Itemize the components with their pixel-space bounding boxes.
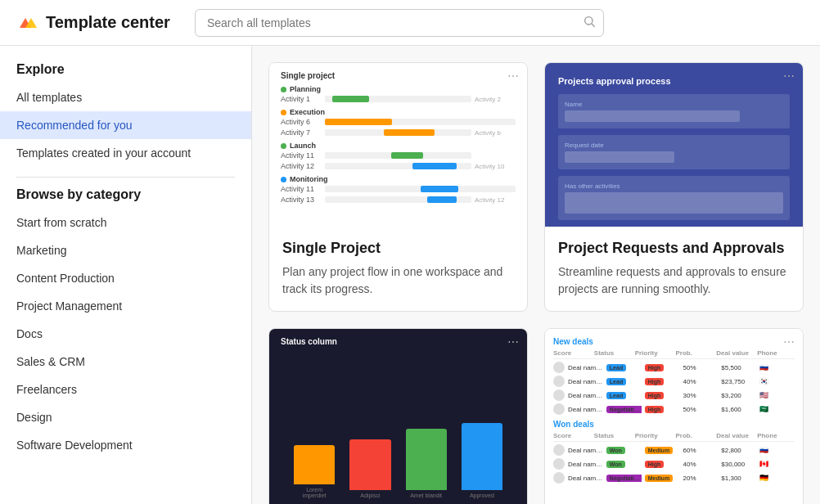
sidebar-item-freelancers[interactable]: Freelancers (0, 376, 251, 403)
app-title: Template center (46, 13, 170, 32)
header: Template center (0, 0, 820, 46)
svg-line-3 (592, 24, 595, 27)
svg-point-2 (585, 16, 592, 24)
sidebar-item-docs[interactable]: Docs (0, 320, 251, 348)
sales-row: Deal name 4 Negotiation High 50%$1,600🇸🇦 (553, 403, 795, 415)
card-title: Project Requests and Approvals (558, 240, 790, 257)
sales-table: New deals ScoreStatusPriorityProb.Deal v… (545, 329, 803, 493)
sidebar-divider (16, 177, 235, 178)
preview-label: Single project (281, 71, 516, 80)
gantt-row: Activity 7 Activity b (281, 128, 516, 137)
logo: Template center (16, 11, 170, 34)
template-card-project-requests[interactable]: ⋯ Projects approval process Name Request… (544, 62, 804, 312)
gantt-planning: Planning (281, 85, 516, 93)
card-preview-approval-process: ⋯ Status column Lorem imperdiet Adipisci (269, 329, 527, 504)
sidebar-item-all[interactable]: All templates (0, 83, 251, 111)
bar-item: Approved (462, 423, 502, 498)
card-preview-project-requests: ⋯ Projects approval process Name Request… (545, 63, 803, 227)
sidebar-item-scratch[interactable]: Start from scratch (0, 209, 251, 236)
bar-item: Lorem imperdiet (294, 445, 335, 498)
more-icon[interactable]: ⋯ (507, 70, 519, 83)
template-card-approval-process[interactable]: ⋯ Status column Lorem imperdiet Adipisci (268, 328, 528, 504)
bar-item: Amet blandit (406, 429, 447, 498)
gantt-monitoring: Monitoring (281, 175, 516, 183)
sidebar-item-sales[interactable]: Sales & CRM (0, 348, 251, 376)
gantt-row: Activity 6 (281, 118, 516, 126)
search-input[interactable] (195, 9, 604, 37)
card-title: Single Project (282, 240, 514, 257)
gantt-row: Activity 13 Activity 12 (281, 196, 516, 204)
sidebar-item-content[interactable]: Content Production (0, 264, 251, 292)
logo-icon (16, 11, 39, 34)
card-desc: Plan any project flow in one workspace a… (282, 263, 514, 298)
sales-row: Deal name 5 Won Medium 60%$2,800🇷🇺 (553, 444, 795, 456)
sales-row: Deal name 3 Lead High 30%$3,200🇺🇸 (553, 389, 795, 401)
card-body-sales-pipeline: Sales pipeline (545, 493, 803, 504)
sidebar-item-pm[interactable]: Project Management (0, 292, 251, 320)
preview-label: Status column (281, 337, 337, 346)
more-icon[interactable]: ⋯ (783, 335, 795, 349)
card-preview-single-project: ⋯ Single project Planning Activity 1 Act… (269, 63, 527, 227)
template-card-sales-pipeline[interactable]: ⋯ New deals ScoreStatusPriorityProb.Deal… (544, 328, 804, 504)
bar-item: Adipisci (349, 439, 390, 498)
search-bar (195, 9, 604, 37)
main-layout: Explore All templates Recommended for yo… (0, 46, 820, 504)
template-grid: ⋯ Single project Planning Activity 1 Act… (268, 62, 804, 504)
explore-title: Explore (0, 62, 251, 83)
gantt-row: Activity 11 (281, 151, 516, 160)
browse-title: Browse by category (0, 187, 251, 209)
search-icon (583, 15, 596, 31)
gantt-row: Activity 11 (281, 185, 516, 193)
approval-preview-title: Projects approval process (558, 76, 790, 86)
sales-row: Deal name 7 Negotiation Medium 20%$1,300… (553, 472, 795, 484)
gantt-execution: Execution (281, 108, 516, 116)
template-main: ⋯ Single project Planning Activity 1 Act… (252, 46, 820, 504)
sales-row: Deal name 2 Lead High 40%$23,750🇰🇷 (553, 376, 795, 387)
more-icon[interactable]: ⋯ (507, 335, 519, 349)
sidebar-item-software[interactable]: Software Development (0, 431, 251, 459)
gantt-launch: Launch (281, 142, 516, 150)
card-body-single-project: Single Project Plan any project flow in … (269, 227, 527, 311)
sidebar-item-design[interactable]: Design (0, 403, 251, 431)
more-icon[interactable]: ⋯ (783, 70, 795, 83)
gantt-row: Activity 12 Activity 10 (281, 162, 516, 170)
card-preview-sales-pipeline: ⋯ New deals ScoreStatusPriorityProb.Deal… (545, 329, 803, 493)
card-desc: Streamline requests and approvals to ens… (558, 263, 790, 298)
sidebar: Explore All templates Recommended for yo… (0, 46, 252, 504)
sidebar-item-account[interactable]: Templates created in your account (0, 139, 251, 167)
sales-row: Deal name 1 Lead High 50%$5,500🇷🇺 (553, 362, 795, 373)
template-card-single-project[interactable]: ⋯ Single project Planning Activity 1 Act… (268, 62, 528, 312)
sidebar-item-recommended[interactable]: Recommended for you (0, 111, 251, 139)
gantt-row: Activity 1 Activity 2 (281, 95, 516, 103)
sales-row: Deal name 6 Won High 40%$30,000🇨🇦 (553, 458, 795, 470)
card-body-project-requests: Project Requests and Approvals Streamlin… (545, 227, 803, 311)
sidebar-item-marketing[interactable]: Marketing (0, 236, 251, 264)
